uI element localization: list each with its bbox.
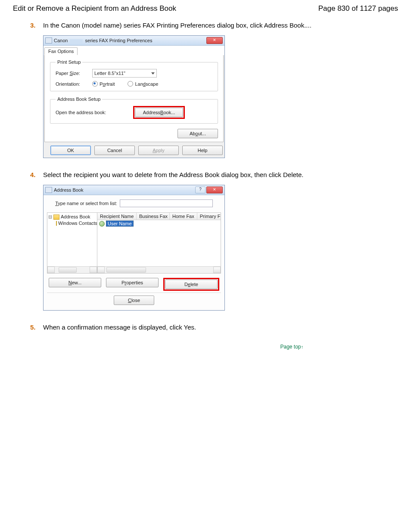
new-button[interactable]: New... [49,278,101,287]
tree-label: Address Book [61,214,90,220]
help-icon[interactable]: ? [195,187,206,193]
print-setup-legend: Print Setup [56,59,82,65]
app-icon [45,37,52,44]
page-position: Page 830 of 1127 pages [318,4,398,13]
title-prefix: Canon [54,38,68,43]
radio-dot-icon [92,81,98,87]
tree-scrollbar[interactable] [47,266,97,273]
titlebar: Address Book ? ✕ [44,185,224,195]
step-text: In the Canon (model name) series FAX Pri… [43,22,311,29]
tree-root-item[interactable]: ⊟ Address Book [48,214,96,220]
step-number: 4. [30,171,36,178]
close-button[interactable]: Close [114,296,154,305]
paper-size-label: Paper Size: [56,71,92,76]
col-recipient[interactable]: Recipient Name [97,213,137,220]
chevron-down-icon [151,72,155,75]
about-button[interactable]: About... [177,129,218,138]
orientation-label: Orientation: [56,81,92,87]
type-name-label: Type name or select from list: [55,201,117,206]
apply-button: Apply [138,146,179,155]
paper-size-select[interactable]: Letter 8.5"x11" [92,69,157,78]
titlebar: Canon series FAX Printing Preferences ✕ [44,36,224,46]
address-book-button[interactable]: Address Book... [135,108,183,117]
type-name-input[interactable] [120,199,213,207]
up-arrow-icon: ↑ [301,344,304,349]
list-header: Recipient Name Business Fax Home Fax Pri… [97,213,221,220]
delete-button[interactable]: Delete [165,280,218,289]
step-4: 4. Select the recipient you want to dele… [30,171,398,311]
model-placeholder [70,39,83,43]
close-icon[interactable]: ✕ [206,187,223,193]
tree-child-item[interactable]: Windows Contacts [48,220,96,227]
scroll-thumb[interactable] [106,267,146,273]
scroll-thumb[interactable] [59,267,77,273]
page-top-link[interactable]: Page top↑ [13,344,398,350]
folder-icon [56,221,57,226]
orientation-landscape-radio[interactable]: Landscape [128,81,158,87]
radio-dot-icon [128,81,133,87]
step-5: 5. When a confirmation message is displa… [30,324,398,331]
list-scrollbar[interactable] [97,266,221,273]
address-book-tree[interactable]: ⊟ Address Book Windows Contacts [47,213,97,273]
address-book-setup-group: Address Book Setup Open the address book… [50,96,218,124]
person-icon [99,221,105,227]
ok-button[interactable]: OK [50,146,91,155]
window-title: Address Book [54,187,195,193]
orientation-portrait-radio[interactable]: Portrait [92,81,115,87]
highlight-address-book: Address Book... [133,106,185,119]
fax-preferences-dialog: Canon series FAX Printing Preferences ✕ … [43,35,225,158]
help-button[interactable]: Help [182,146,223,155]
step-number: 3. [30,22,36,29]
step-text: Select the recipient you want to delete … [43,171,304,178]
page-top-label: Page top [280,344,301,350]
app-icon [45,187,52,193]
step-text: When a confirmation message is displayed… [43,324,196,331]
window-title: Canon series FAX Printing Preferences [54,38,206,43]
open-address-book-label: Open the address book: [56,110,133,115]
title-suffix: series FAX Printing Preferences [85,38,153,43]
print-setup-group: Print Setup Paper Size: Letter 8.5"x11" … [50,59,218,91]
address-book-dialog: Address Book ? ✕ Type name or select fro… [43,185,225,311]
highlight-delete: Delete [163,278,219,291]
col-home[interactable]: Home Fax [170,213,197,220]
page-title: Edit or Remove a Recipient from an Addre… [13,4,176,13]
tab-fax-options[interactable]: Fax Options [44,47,78,55]
paper-size-value: Letter 8.5"x11" [94,71,125,76]
step-3: 3. In the Canon (model name) series FAX … [30,22,398,158]
address-book-setup-legend: Address Book Setup [56,96,102,102]
list-item[interactable]: User Name [97,220,221,227]
cancel-button[interactable]: Cancel [94,146,135,155]
properties-button[interactable]: Properties [106,278,159,287]
tree-collapse-icon[interactable]: ⊟ [48,214,52,220]
selected-recipient: User Name [106,221,134,227]
book-icon [53,215,59,220]
close-icon[interactable]: ✕ [206,37,223,44]
tree-label: Windows Contacts [58,220,97,227]
recipient-list[interactable]: Recipient Name Business Fax Home Fax Pri… [97,213,221,273]
col-business[interactable]: Business Fax [137,213,170,220]
step-number: 5. [30,324,36,331]
col-primary[interactable]: Primary Fax [197,213,221,220]
